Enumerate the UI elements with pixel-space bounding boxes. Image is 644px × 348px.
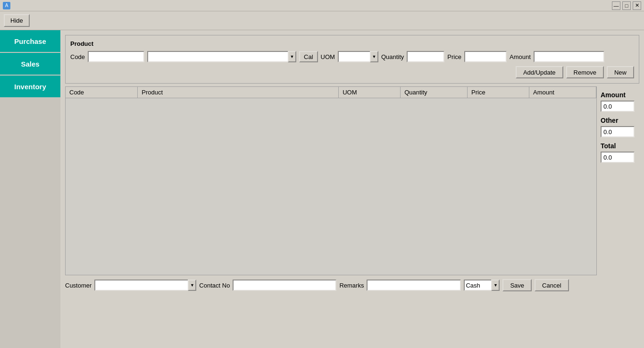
summary-total-input[interactable] xyxy=(601,152,635,163)
action-row: Add/Update Remove New xyxy=(70,66,634,78)
price-label: Price xyxy=(447,53,461,60)
code-input[interactable] xyxy=(88,51,144,62)
sidebar-item-purchase[interactable]: Purchase xyxy=(0,30,60,52)
summary-panel: Amount Other Total xyxy=(601,86,639,291)
hide-button[interactable]: Hide xyxy=(4,14,30,27)
bottom-row: Customer ▼ Contact No Remarks Cash xyxy=(65,279,597,291)
save-button[interactable]: Save xyxy=(502,279,532,291)
add-update-button[interactable]: Add/Update xyxy=(516,66,563,78)
product-section: Product Code ▼ Cal UOM ▼ xyxy=(65,35,639,84)
new-button[interactable]: New xyxy=(607,66,634,78)
product-select[interactable] xyxy=(147,51,289,62)
minimize-button[interactable]: — xyxy=(612,1,620,10)
remarks-label: Remarks xyxy=(339,282,364,289)
remove-button[interactable]: Remove xyxy=(566,66,604,78)
cash-dropdown-arrow[interactable]: ▼ xyxy=(491,280,500,291)
product-dropdown-wrapper: ▼ xyxy=(147,51,296,62)
customer-dropdown-wrapper: ▼ xyxy=(94,280,196,291)
quantity-label: Quantity xyxy=(381,53,404,60)
summary-amount-input[interactable] xyxy=(601,101,635,112)
title-bar: A — □ ✕ xyxy=(0,0,644,11)
contact-label: Contact No xyxy=(199,282,230,289)
contact-input[interactable] xyxy=(233,280,336,291)
summary-other-input[interactable] xyxy=(601,126,635,137)
product-table: Code Product UOM Quantity Price Amount xyxy=(66,87,596,98)
col-product: Product xyxy=(138,87,339,98)
col-uom: UOM xyxy=(339,87,401,98)
main-content: Product Code ▼ Cal UOM ▼ xyxy=(60,30,644,348)
product-section-label: Product xyxy=(70,40,634,47)
content-body: Code Product UOM Quantity Price Amount C… xyxy=(65,86,639,291)
app-icon: A xyxy=(3,2,10,9)
close-button[interactable]: ✕ xyxy=(633,1,641,10)
col-amount: Amount xyxy=(529,87,596,98)
sidebar: Purchase Sales Inventory xyxy=(0,30,60,348)
amount-label: Amount xyxy=(510,53,531,60)
uom-dropdown-wrapper: ▼ xyxy=(338,51,378,62)
quantity-input[interactable] xyxy=(407,51,444,62)
cancel-button[interactable]: Cancel xyxy=(535,279,569,291)
amount-input[interactable] xyxy=(534,51,604,62)
customer-label: Customer xyxy=(65,282,92,289)
customer-dropdown-arrow[interactable]: ▼ xyxy=(188,280,196,291)
product-input-row: Code ▼ Cal UOM ▼ Quantity xyxy=(70,51,634,62)
col-quantity: Quantity xyxy=(401,87,468,98)
summary-amount-label: Amount xyxy=(601,91,639,99)
cash-wrapper: Cash ▼ xyxy=(464,280,500,291)
product-dropdown-arrow[interactable]: ▼ xyxy=(288,51,296,62)
sidebar-item-inventory[interactable]: Inventory xyxy=(0,76,60,97)
code-label: Code xyxy=(70,53,85,60)
cash-select[interactable]: Cash xyxy=(464,280,492,291)
customer-select[interactable] xyxy=(94,280,189,291)
content-left: Code Product UOM Quantity Price Amount C… xyxy=(65,86,597,291)
summary-other-label: Other xyxy=(601,117,639,124)
product-table-container[interactable]: Code Product UOM Quantity Price Amount xyxy=(65,86,597,275)
remarks-input[interactable] xyxy=(367,280,461,291)
col-code: Code xyxy=(66,87,138,98)
uom-dropdown-arrow[interactable]: ▼ xyxy=(370,51,378,62)
uom-label: UOM xyxy=(321,53,335,60)
toolbar: Hide xyxy=(0,11,644,30)
summary-total-label: Total xyxy=(601,142,639,150)
table-header: Code Product UOM Quantity Price Amount xyxy=(66,87,596,98)
window-controls[interactable]: — □ ✕ xyxy=(612,1,641,10)
uom-select[interactable] xyxy=(338,51,371,62)
price-input[interactable] xyxy=(464,51,507,62)
col-price: Price xyxy=(468,87,529,98)
cal-button[interactable]: Cal xyxy=(299,51,318,62)
maximize-button[interactable]: □ xyxy=(622,1,631,10)
sidebar-item-sales[interactable]: Sales xyxy=(0,53,60,75)
